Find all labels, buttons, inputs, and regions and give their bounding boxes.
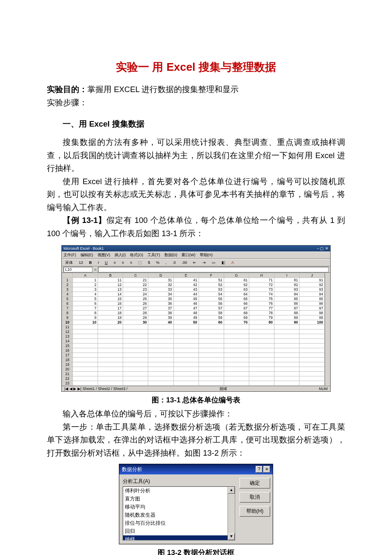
decimal-inc-icon: .0 [171,260,178,265]
fill-color-icon: ◧ [220,260,227,265]
cell [249,339,274,344]
list-item[interactable]: 傅利叶分析 [123,487,228,495]
list-item[interactable]: 排位与百分比排位 [123,519,228,527]
cell: 7 [73,306,98,311]
cell: 8 [73,311,98,315]
cell: 87 [274,306,300,311]
cell [73,376,98,381]
cell [73,372,98,376]
menu-item: 编辑(E) [81,252,93,258]
cell: 36 [148,301,173,306]
cell [148,376,173,381]
cell [73,344,98,348]
cell: 41 [173,278,199,283]
ok-button[interactable]: 确定 [239,478,270,489]
cell [123,353,148,358]
cell: 69 [224,315,249,320]
col-header: H [249,273,274,278]
cell [73,367,98,372]
cell: 88 [274,311,300,315]
cell: 18 [98,311,123,315]
row-header: 6 [62,301,73,306]
cell: 1 [73,278,98,283]
cell: 80 [249,320,274,325]
cell [173,362,199,367]
cell: 62 [224,283,249,287]
list-item[interactable]: 回归 [123,527,228,535]
cell [274,376,300,381]
cell: 66 [224,301,249,306]
cell: 13 [98,287,123,292]
cell: 49 [173,315,199,320]
cell: 19 [98,315,123,320]
cell [123,334,148,339]
cell [274,381,300,386]
col-header: A [73,273,98,278]
cell [224,344,249,348]
cell: 81 [274,278,300,283]
row-header: 10 [62,320,73,325]
list-item[interactable]: 移动平均 [123,503,228,511]
help-button[interactable]: 帮助(H) [239,506,270,517]
row-header: 14 [62,339,73,344]
cell [123,344,148,348]
document-page: 实验一 用 Excel 搜集与整理数据 实验目的：掌握用 EXCEL 进行数据的… [0,0,392,555]
list-item[interactable]: 随机数发生器 [123,511,228,519]
cell [274,358,300,362]
cell [224,362,249,367]
col-header: E [173,273,199,278]
cell [73,334,98,339]
dialog-window-controls: ?✕ [255,466,270,473]
scroll-down-icon[interactable]: ▼ [228,533,235,540]
cell [98,353,123,358]
cell: 2 [73,283,98,287]
cell [123,367,148,372]
row-header: 18 [62,358,73,362]
cell [123,325,148,330]
analysis-tools-listbox[interactable]: 傅利叶分析直方图移动平均随机数发生器排位与百分比排位回归抽样t-检验：平均值的成… [123,486,228,541]
cell [274,367,300,372]
list-item[interactable]: 抽样 [123,535,228,541]
list-item[interactable]: 直方图 [123,495,228,503]
cancel-button[interactable]: 取消 [239,492,270,503]
cell [300,325,325,330]
cell [98,325,123,330]
excel-namebox-row: L10 = [62,266,330,273]
cell: 58 [199,311,224,315]
cell [199,372,224,376]
cell: 96 [300,301,325,306]
row-header: 5 [62,297,73,301]
paragraph-2: 使用 Excel 进行抽样，首先要对各个总体单位进行编号，编号可以按随机原则，也… [47,175,345,214]
excel-statusbar: |◀ ◀ ▶ ▶| Sheet1 / Sheet2 / Sheet3 / 就绪 … [62,386,330,391]
cell [123,348,148,353]
row-header: 11 [62,325,73,330]
help-icon: ? [256,466,262,473]
section-1-heading: 一、用 Excel 搜集数据 [47,119,345,129]
menu-item: 文件(F) [63,252,76,258]
cell: 52 [199,283,224,287]
listbox-scrollbar[interactable]: ▲ ▼ [228,486,235,541]
cell: 60 [199,320,224,325]
cell [249,362,274,367]
row-header: 12 [62,330,73,334]
col-header: B [98,273,123,278]
scroll-up-icon[interactable]: ▲ [228,487,235,494]
cell [173,376,199,381]
dialog-title-text: 数据分析 [122,466,142,473]
cell [98,339,123,344]
cell: 5 [73,297,98,301]
cell: 75 [249,297,274,301]
cell [98,358,123,362]
cell: 40 [148,320,173,325]
cell: 4 [73,292,98,297]
indent-dec-icon: ⇤ [191,260,198,265]
cell [148,344,173,348]
cell [224,381,249,386]
cell [73,358,98,362]
cell [123,358,148,362]
decimal-dec-icon: .00 [180,260,189,265]
cell [224,367,249,372]
cell: 84 [274,292,300,297]
status-ready: 就绪 [219,386,227,392]
cell [199,367,224,372]
